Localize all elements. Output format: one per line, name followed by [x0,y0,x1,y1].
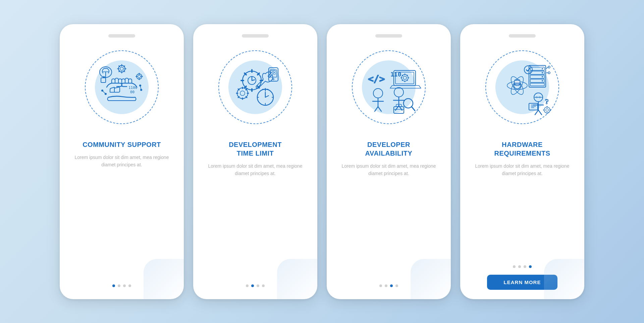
phone-notch [242,34,269,38]
card-developer-availability: </> 110 [327,24,451,299]
svg-line-48 [246,89,247,90]
dot-3 [524,265,526,268]
card-bg-deco [144,259,184,299]
svg-line-17 [102,91,106,94]
dot-1 [112,284,115,287]
svg-rect-94 [529,65,546,87]
phone-notch [509,34,536,38]
dots-row-hardware-requirements [513,259,532,268]
svg-line-78 [407,75,408,76]
svg-rect-126 [529,103,538,110]
svg-rect-53 [271,70,273,72]
card-text-development-time: Lorem ipsum dolor sit dim amet, mea regi… [203,162,307,177]
dot-4 [529,265,532,268]
svg-point-23 [138,75,141,78]
svg-point-131 [544,107,550,113]
illustration-developer-availability: </> 110 [345,44,432,131]
svg-rect-56 [273,73,275,74]
dot-1 [246,284,249,287]
card-text-developer-availability: Lorem ipsum dolor sit dim amet, mea regi… [337,162,441,177]
svg-line-76 [402,75,403,76]
hardware-requirements-icon: ? [489,54,556,121]
svg-line-124 [535,110,538,115]
card-community-support: 1100 00 [60,24,184,299]
dot-2 [518,265,521,268]
dot-4 [262,284,265,287]
svg-point-103 [542,80,543,82]
svg-line-49 [238,97,239,98]
card-title-hardware-requirements: HARDWAREREQUIREMENTS [494,140,550,158]
svg-rect-54 [273,70,275,72]
svg-line-46 [238,89,239,90]
card-bg-deco [411,259,451,299]
dot-3 [257,284,259,287]
svg-point-80 [373,89,383,98]
svg-line-84 [378,107,381,111]
svg-rect-21 [101,78,106,83]
card-hardware-requirements: ? HARDWAREREQUIREMENTS Lorem ipsum dolor… [460,24,584,299]
phone-notch [375,34,402,38]
dot-2 [118,284,120,287]
phone-notch [108,34,135,38]
svg-text:1100: 1100 [128,86,138,90]
illustration-hardware-requirements: ? [479,44,566,131]
card-development-time-limit: DEVELOPMENTTIME LIMIT Lorem ipsum dolor … [193,24,317,299]
dot-1 [513,265,516,268]
community-support-icon: 1100 00 [88,54,155,121]
learn-more-button[interactable]: LEARN MORE [487,275,558,290]
svg-rect-99 [530,83,544,86]
svg-line-79 [402,80,403,80]
dot-4 [128,284,131,287]
dot-2 [251,284,254,287]
dots-row-development-time [246,278,265,287]
svg-text:00: 00 [130,90,135,94]
svg-line-93 [412,107,415,111]
illustration-development-time [212,44,299,131]
svg-point-132 [546,109,548,111]
svg-point-71 [403,76,407,79]
dot-1 [379,284,382,287]
dots-row-community-support [112,278,131,287]
svg-text:</>: </> [368,73,385,85]
svg-line-61 [265,96,269,97]
card-title-community-support: COMMUNITY SUPPORT [83,140,161,149]
svg-point-100 [542,68,543,69]
svg-point-41 [240,91,245,96]
svg-point-85 [394,88,404,97]
cards-container: 1100 00 [60,24,584,299]
svg-line-47 [246,97,247,98]
svg-text:?: ? [545,97,549,106]
developer-availability-icon: </> 110 [355,54,422,121]
svg-point-101 [542,72,543,73]
svg-point-4 [120,67,123,70]
svg-line-125 [538,110,542,115]
svg-line-77 [407,80,408,80]
svg-line-83 [375,107,378,111]
card-title-developer-availability: DEVELOPERAVAILABILITY [365,140,413,158]
dot-2 [385,284,387,287]
dot-4 [395,284,398,287]
dots-row-developer-availability [379,278,398,287]
dot-3 [123,284,126,287]
svg-text:110: 110 [390,71,401,78]
development-time-icon [222,54,289,121]
dot-3 [390,284,393,287]
svg-point-52 [273,78,274,80]
svg-point-102 [542,76,543,77]
card-text-community-support: Lorem ipsum dolor sit dim amet, mea regi… [70,154,174,169]
card-bg-deco [277,259,317,299]
card-text-hardware-requirements: Lorem ipsum dolor sit dim amet, mea regi… [470,162,574,177]
card-title-development-time: DEVELOPMENTTIME LIMIT [229,140,282,158]
illustration-community-support: 1100 00 [78,44,165,131]
